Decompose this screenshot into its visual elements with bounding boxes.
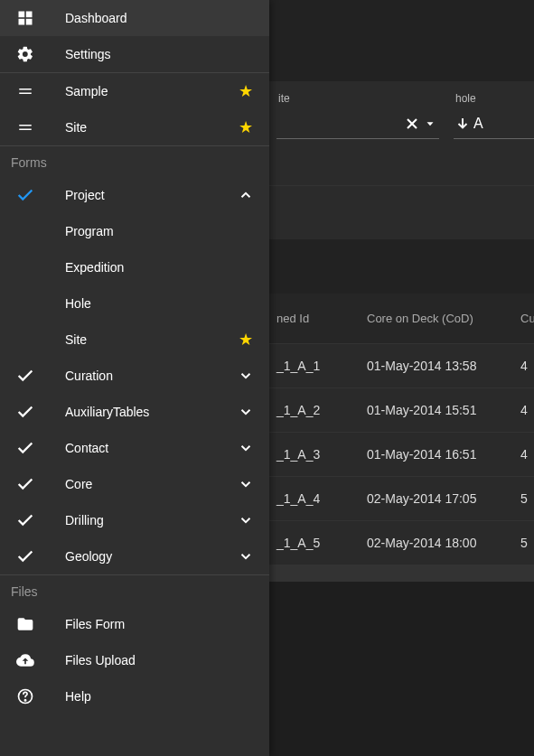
check-icon xyxy=(14,546,36,567)
star-icon[interactable]: ★ xyxy=(237,81,255,101)
check-icon xyxy=(14,509,36,531)
files-section-header: Files xyxy=(0,574,269,606)
cell-id: _1_A_1 xyxy=(276,359,367,373)
check-icon xyxy=(14,437,36,459)
sidebar-item-files-form[interactable]: Files Form xyxy=(0,606,269,642)
cell-cur: 5 xyxy=(520,491,534,506)
menu-icon xyxy=(14,117,36,138)
sidebar-item-label: Help xyxy=(65,689,255,704)
cell-cod: 01-May-2014 15:51 xyxy=(367,403,520,417)
sidebar-group-drilling[interactable]: Drilling xyxy=(0,502,269,538)
svg-rect-1 xyxy=(26,12,33,18)
sidebar-item-settings[interactable]: Settings xyxy=(0,36,269,72)
sidebar-group-auxiliary[interactable]: AuxiliaryTables xyxy=(0,394,269,430)
sidebar-item-label: Site xyxy=(65,332,237,347)
sidebar-item-label: Settings xyxy=(65,47,255,61)
menu-icon xyxy=(14,80,36,102)
star-icon[interactable]: ★ xyxy=(237,330,255,350)
sidebar-item-label: Files Form xyxy=(65,617,255,631)
chevron-down-icon xyxy=(237,368,255,384)
filter-site[interactable]: ite xyxy=(276,92,439,139)
table-row[interactable]: _1_A_5 02-May-2014 18:00 5 xyxy=(269,521,534,565)
cell-cur: 4 xyxy=(520,359,534,373)
data-table: ned Id Core on Deck (CoD) Cu _1_A_1 01-M… xyxy=(269,294,534,582)
cell-id: _1_A_3 xyxy=(276,447,367,462)
svg-rect-5 xyxy=(19,93,32,95)
col-header-cod[interactable]: Core on Deck (CoD) xyxy=(367,312,520,325)
sidebar-group-project[interactable]: Project xyxy=(0,177,269,213)
cell-cur: 5 xyxy=(520,536,534,550)
chevron-down-icon xyxy=(237,512,255,528)
sidebar-item-label: Project xyxy=(65,188,237,202)
sort-down-icon[interactable] xyxy=(454,116,472,132)
check-icon xyxy=(14,473,36,495)
filter-label: ite xyxy=(276,92,439,105)
gear-icon xyxy=(14,43,36,65)
chevron-down-icon xyxy=(237,548,255,565)
filter-bar: ite hole A xyxy=(269,81,534,185)
sidebar-item-help[interactable]: Help xyxy=(0,678,269,714)
sidebar-item-label: Expedition xyxy=(65,260,255,275)
sidebar-item-dashboard[interactable]: Dashboard xyxy=(0,0,269,36)
col-header-id[interactable]: ned Id xyxy=(276,312,367,325)
svg-marker-12 xyxy=(427,122,434,126)
cell-cur: 4 xyxy=(520,447,534,462)
clear-icon[interactable] xyxy=(403,115,421,133)
sidebar-item-site[interactable]: Site ★ xyxy=(0,322,269,358)
dropdown-ic-icon[interactable] xyxy=(421,117,439,130)
sidebar-item-expedition[interactable]: Expedition xyxy=(0,249,269,285)
help-icon xyxy=(14,686,36,707)
sidebar-item-files-upload[interactable]: Files Upload xyxy=(0,642,269,678)
chevron-down-icon xyxy=(237,476,255,492)
filter-value[interactable]: A xyxy=(472,116,485,132)
sidebar-group-core[interactable]: Core xyxy=(0,466,269,502)
sidebar-item-label: AuxiliaryTables xyxy=(65,405,237,419)
cell-id: _1_A_4 xyxy=(276,491,367,506)
sidebar-item-label: Contact xyxy=(65,441,237,455)
sidebar-item-sample[interactable]: Sample ★ xyxy=(0,73,269,109)
cell-cod: 02-May-2014 18:00 xyxy=(367,536,520,550)
sidebar-item-label: Program xyxy=(65,224,255,238)
sidebar-group-geology[interactable]: Geology xyxy=(0,538,269,574)
sidebar-item-label: Site xyxy=(65,120,237,135)
chevron-down-icon xyxy=(237,440,255,456)
table-row[interactable]: _1_A_2 01-May-2014 15:51 4 xyxy=(269,388,534,433)
svg-rect-0 xyxy=(19,12,25,18)
chevron-up-icon xyxy=(237,187,255,203)
sidebar-item-label: Geology xyxy=(65,549,237,564)
check-icon xyxy=(14,365,36,387)
check-icon xyxy=(14,401,36,423)
forms-section-header: Forms xyxy=(0,145,269,177)
svg-rect-2 xyxy=(19,19,25,25)
star-icon[interactable]: ★ xyxy=(237,117,255,137)
sidebar-item-label: Hole xyxy=(65,296,255,311)
svg-rect-6 xyxy=(19,125,32,126)
folder-icon xyxy=(14,613,36,635)
sidebar-item-label: Core xyxy=(65,477,237,491)
table-row[interactable]: _1_A_4 02-May-2014 17:05 5 xyxy=(269,477,534,521)
cell-id: _1_A_5 xyxy=(276,536,367,550)
cell-id: _1_A_2 xyxy=(276,403,367,417)
sidebar-item-label: Dashboard xyxy=(65,11,255,25)
sidebar-group-curation[interactable]: Curation xyxy=(0,358,269,394)
sidebar-group-contact[interactable]: Contact xyxy=(0,430,269,466)
table-row[interactable]: _1_A_1 01-May-2014 13:58 4 xyxy=(269,344,534,388)
sidebar-item-hole[interactable]: Hole xyxy=(0,285,269,322)
table-row[interactable]: _1_A_3 01-May-2014 16:51 4 xyxy=(269,433,534,477)
sidebar: Dashboard Settings Sample ★ Site ★ Forms xyxy=(0,0,269,756)
filter-label: hole xyxy=(454,92,534,105)
filter-hole[interactable]: hole A xyxy=(454,92,534,139)
main-content: ite hole A xyxy=(269,0,534,756)
topbar xyxy=(269,0,534,81)
svg-rect-4 xyxy=(19,89,32,90)
cell-cod: 01-May-2014 16:51 xyxy=(367,447,520,462)
sidebar-item-site-shortcut[interactable]: Site ★ xyxy=(0,109,269,145)
cell-cod: 02-May-2014 17:05 xyxy=(367,491,520,506)
col-header-cur[interactable]: Cu xyxy=(520,312,534,325)
chevron-down-icon xyxy=(237,404,255,420)
check-icon xyxy=(14,184,36,206)
cell-cod: 01-May-2014 13:58 xyxy=(367,359,520,373)
dashboard-icon xyxy=(14,7,36,29)
cell-cur: 4 xyxy=(520,403,534,417)
sidebar-item-program[interactable]: Program xyxy=(0,213,269,249)
